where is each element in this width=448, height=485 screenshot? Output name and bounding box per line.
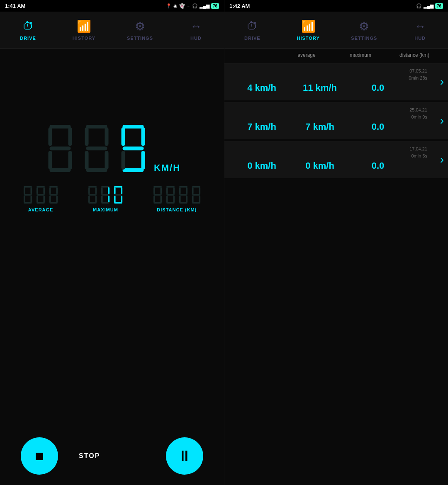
average-digits bbox=[22, 186, 59, 204]
svg-rect-75 bbox=[166, 187, 168, 194]
svg-rect-24 bbox=[24, 202, 32, 204]
nav-history-right[interactable]: 📶 HISTORY bbox=[287, 19, 329, 41]
settings-icon: ⚙ bbox=[135, 19, 145, 33]
svg-rect-56 bbox=[114, 186, 122, 188]
entry-2-chevron: › bbox=[440, 153, 444, 166]
svg-rect-62 bbox=[114, 194, 122, 196]
svg-rect-41 bbox=[49, 194, 58, 196]
pause-icon: ⏸ bbox=[177, 447, 192, 465]
svg-rect-14 bbox=[122, 125, 144, 129]
hud-icon: ↔ bbox=[190, 20, 202, 33]
svg-rect-32 bbox=[37, 196, 38, 203]
max-d0 bbox=[87, 186, 98, 204]
svg-rect-21 bbox=[24, 186, 32, 188]
speed-unit: KM/H bbox=[154, 162, 180, 173]
svg-rect-18 bbox=[121, 151, 125, 170]
svg-rect-17 bbox=[122, 168, 144, 172]
stop-button[interactable]: ■ bbox=[21, 437, 58, 475]
drive-icon: ⏱ bbox=[22, 19, 34, 33]
svg-rect-73 bbox=[166, 202, 175, 204]
stat-distance: DISTANCE (KM) bbox=[152, 186, 202, 212]
svg-rect-36 bbox=[56, 187, 58, 194]
speed-digit-2 bbox=[117, 124, 150, 173]
svg-rect-29 bbox=[44, 187, 45, 194]
entry-2-data: 0 km/h 0 km/h 0.0 bbox=[233, 160, 443, 171]
svg-rect-67 bbox=[153, 196, 155, 203]
hud-icon-r: ↔ bbox=[414, 20, 426, 33]
svg-rect-43 bbox=[95, 187, 97, 194]
svg-rect-33 bbox=[37, 187, 38, 194]
svg-rect-46 bbox=[88, 196, 90, 203]
dist-d3 bbox=[190, 186, 202, 204]
location-icon: 📍 bbox=[166, 3, 172, 9]
nav-history-left[interactable]: 📶 HISTORY bbox=[63, 19, 105, 41]
headphones-icon-r: 🎧 bbox=[416, 3, 422, 9]
signal-bars: ▂▄▆ bbox=[200, 3, 209, 9]
svg-rect-55 bbox=[101, 194, 110, 196]
nav-settings-left[interactable]: ⚙ SETTINGS bbox=[119, 19, 161, 41]
svg-rect-66 bbox=[153, 202, 162, 204]
svg-rect-72 bbox=[173, 196, 175, 203]
more-icon: ··· bbox=[187, 3, 190, 8]
maximum-digits bbox=[87, 186, 124, 204]
svg-rect-69 bbox=[153, 194, 162, 196]
svg-rect-39 bbox=[49, 196, 51, 203]
svg-rect-35 bbox=[49, 186, 58, 188]
svg-rect-52 bbox=[101, 202, 110, 204]
dist-d0 bbox=[152, 186, 163, 204]
nav-settings-right[interactable]: ⚙ SETTINGS bbox=[343, 19, 385, 41]
bottom-controls: ■ STOP ⏸ bbox=[0, 427, 224, 485]
svg-rect-10 bbox=[86, 168, 107, 172]
nav-drive-right[interactable]: ⏱ DRIVE bbox=[231, 19, 273, 41]
svg-rect-4 bbox=[48, 151, 52, 170]
nav-hud-right[interactable]: ↔ HUD bbox=[399, 20, 441, 41]
nav-hud-left[interactable]: ↔ HUD bbox=[175, 20, 217, 41]
pause-button[interactable]: ⏸ bbox=[166, 437, 203, 475]
entry-2-avg: 0 km/h bbox=[233, 160, 291, 171]
entry-0-dist: 0.0 bbox=[349, 82, 407, 93]
right-time: 1:42 AM bbox=[229, 3, 250, 9]
drive-icon-r: ⏱ bbox=[246, 19, 258, 33]
max-d1 bbox=[100, 186, 111, 204]
svg-rect-90 bbox=[192, 194, 200, 196]
entry-0-avg: 4 km/h bbox=[233, 82, 291, 93]
svg-rect-76 bbox=[166, 194, 175, 196]
svg-rect-38 bbox=[49, 202, 58, 204]
history-list: 07.05.21 0min 28s 4 km/h 11 km/h 0.0 › 2… bbox=[224, 61, 448, 273]
history-icon: 📶 bbox=[77, 19, 91, 33]
speed-digits bbox=[44, 124, 150, 173]
nav-drive-label: DRIVE bbox=[20, 36, 36, 41]
nav-settings-label: SETTINGS bbox=[127, 36, 153, 41]
svg-rect-77 bbox=[179, 186, 187, 188]
entry-1-date: 25.04.21 0min 9s bbox=[409, 107, 427, 120]
svg-rect-79 bbox=[186, 196, 187, 203]
nav-drive-left[interactable]: ⏱ DRIVE bbox=[7, 19, 49, 41]
stat-maximum: MAXIMUM bbox=[87, 186, 124, 212]
svg-rect-68 bbox=[153, 187, 155, 194]
history-entry-0[interactable]: 07.05.21 0min 28s 4 km/h 11 km/h 0.0 › bbox=[224, 63, 448, 100]
svg-rect-15 bbox=[141, 127, 145, 146]
nav-history-label: HISTORY bbox=[73, 36, 95, 41]
left-time: 1:41 AM bbox=[5, 3, 25, 9]
svg-rect-83 bbox=[179, 194, 187, 196]
distance-digits bbox=[152, 186, 202, 204]
right-status-icons: 🎧 ▂▄▆ 76 bbox=[416, 3, 443, 9]
headphones-icon: 🎧 bbox=[192, 3, 198, 9]
stop-icon: ■ bbox=[35, 447, 44, 465]
svg-rect-6 bbox=[49, 147, 71, 150]
right-battery: 76 bbox=[435, 3, 443, 9]
svg-rect-11 bbox=[85, 151, 88, 170]
history-entry-2[interactable]: 17.04.21 0min 5s 0 km/h 0 km/h 0.0 › bbox=[224, 141, 448, 178]
svg-rect-64 bbox=[160, 187, 162, 194]
right-status-bar: 1:42 AM 🎧 ▂▄▆ 76 bbox=[224, 0, 448, 12]
wifi-icon: ◉ bbox=[173, 3, 178, 9]
svg-rect-51 bbox=[108, 196, 110, 203]
history-entry-1[interactable]: 25.04.21 0min 9s 7 km/h 7 km/h 0.0 › bbox=[224, 102, 448, 139]
avg-d2 bbox=[48, 186, 59, 204]
svg-rect-59 bbox=[114, 202, 122, 204]
max-d2 bbox=[112, 186, 124, 204]
svg-rect-8 bbox=[105, 127, 108, 146]
svg-rect-25 bbox=[24, 196, 25, 203]
speed-digit-1 bbox=[80, 124, 113, 173]
svg-rect-49 bbox=[101, 186, 110, 188]
